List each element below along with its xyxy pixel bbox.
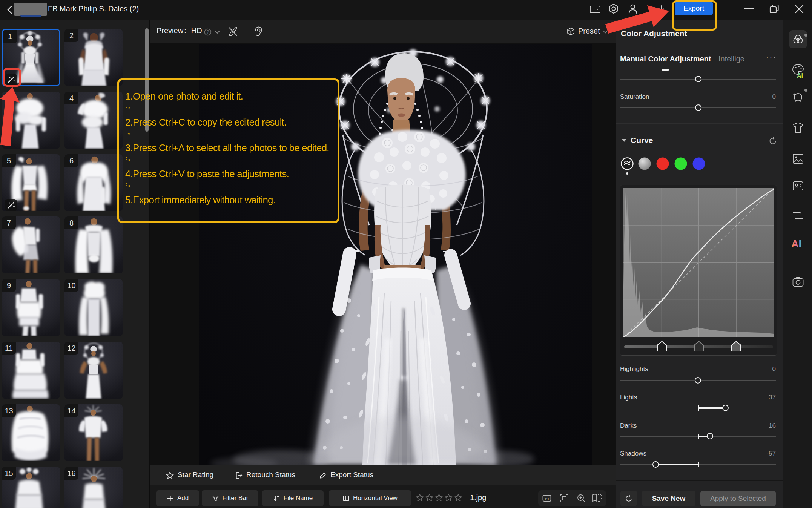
svg-text:?: ? <box>207 29 209 35</box>
svg-text:AI: AI <box>791 238 801 250</box>
svg-text:Ai: Ai <box>797 72 803 79</box>
svg-text:1:1: 1:1 <box>544 497 549 501</box>
